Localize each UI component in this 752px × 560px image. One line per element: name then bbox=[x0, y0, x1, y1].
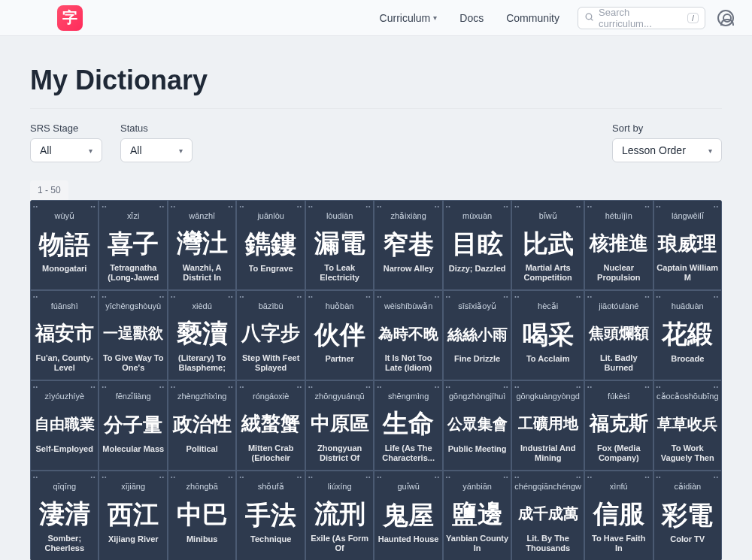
card-pinyin: xièdú bbox=[193, 301, 212, 310]
dictionary-card[interactable]: ••••wùyǔ物語Monogatari bbox=[30, 200, 99, 290]
card-meaning: Wanzhi, A District In bbox=[171, 263, 233, 284]
dictionary-card[interactable]: ••••wèishíbùwǎn為時不晚It Is Not Too Late (I… bbox=[374, 290, 442, 380]
card-hanzi: 公眾集會 bbox=[447, 404, 508, 444]
card-hanzi: 為時不晚 bbox=[378, 314, 438, 353]
card-pinyin: chéngqiānchéngw bbox=[514, 482, 581, 491]
dictionary-card[interactable]: ••••zhǎixiàng窄巷Narrow Alley bbox=[374, 200, 442, 290]
srs-stage-select[interactable]: All ▾ bbox=[30, 138, 102, 162]
card-meaning: Martial Arts Competition bbox=[514, 263, 581, 284]
card-pinyin: qīqīng bbox=[53, 482, 76, 491]
card-pinyin: huāduàn bbox=[672, 301, 704, 310]
dictionary-card[interactable]: ••••bāzìbù八字步Step With Feet Splayed bbox=[236, 290, 305, 380]
page-title: My Dictionary bbox=[30, 36, 722, 109]
search-input[interactable]: Search curriculum... / bbox=[578, 7, 705, 29]
sort-select[interactable]: Lesson Order ▾ bbox=[612, 138, 722, 162]
nav-curriculum[interactable]: Curriculum ▾ bbox=[380, 12, 438, 24]
card-meaning: (Literary) To Blaspheme; bbox=[171, 353, 233, 374]
card-hanzi: 比武 bbox=[523, 224, 574, 263]
dictionary-card[interactable]: ••••xièdú褻瀆(Literary) To Blaspheme; bbox=[168, 290, 236, 380]
card-hanzi: 物語 bbox=[39, 224, 90, 264]
card-hanzi: 流刑 bbox=[314, 494, 365, 534]
dictionary-card[interactable]: ••••zhōngbā中巴Minibus bbox=[168, 471, 236, 560]
dictionary-card[interactable]: ••••hècǎi喝采To Acclaim bbox=[511, 290, 584, 380]
dictionary-card[interactable]: ••••yīchěngshòuyù一逞獸欲To Give Way To One'… bbox=[99, 290, 167, 380]
dictionary-card[interactable]: ••••huǒbàn伙伴Partner bbox=[305, 290, 374, 380]
nav-curriculum-label: Curriculum bbox=[380, 12, 431, 24]
card-hanzi: 鬼屋 bbox=[383, 495, 434, 534]
dictionary-card[interactable]: ••••chéngqiānchéngw成千成萬Lit. By The Thous… bbox=[511, 471, 584, 560]
dictionary-card[interactable]: ••••fúānshì福安市Fu'an, County-Level bbox=[30, 290, 99, 380]
card-meaning: Captain William M bbox=[656, 263, 719, 284]
nav-community[interactable]: Community bbox=[506, 12, 559, 24]
card-dots: •••• bbox=[33, 384, 96, 389]
status-select[interactable]: All ▾ bbox=[120, 138, 193, 162]
sort-label: Sort by bbox=[612, 123, 722, 134]
card-meaning: Brocade bbox=[671, 354, 704, 374]
search-placeholder: Search curriculum... bbox=[599, 7, 683, 29]
dictionary-card[interactable]: ••••cǎocǎoshōubīng草草收兵To Work Vaguely Th… bbox=[653, 380, 722, 471]
card-meaning: Fu'an, County-Level bbox=[33, 353, 96, 374]
dictionary-card[interactable]: ••••gōngkuàngyòngd工礦用地Industrial And Min… bbox=[511, 380, 584, 471]
dictionary-card[interactable]: ••••yánbiān鹽邊Yanbian County In bbox=[443, 471, 511, 560]
card-dots: •••• bbox=[377, 474, 439, 480]
card-pinyin: zhōngyuánqū bbox=[315, 392, 365, 401]
card-hanzi: 工礦用地 bbox=[518, 404, 578, 443]
card-hanzi: 漏電 bbox=[314, 223, 365, 263]
dictionary-card[interactable]: ••••mùxuàn目眩Dizzy; Dazzled bbox=[443, 200, 511, 290]
dictionary-card[interactable]: ••••qīqīng淒清Somber; Cheerless bbox=[30, 471, 99, 560]
card-dots: •••• bbox=[308, 474, 371, 480]
card-pinyin: bāzìbù bbox=[259, 301, 284, 310]
dictionary-card[interactable]: ••••gōngzhòngjíhuì公眾集會Public Meeting bbox=[443, 380, 511, 471]
card-hanzi: 窄巷 bbox=[383, 224, 434, 264]
dictionary-card[interactable]: ••••xījiāng西江Xijiang River bbox=[99, 471, 167, 560]
dictionary-card[interactable]: ••••fúkèsī福克斯Fox (Media Company) bbox=[584, 380, 653, 471]
dictionary-card[interactable]: ••••zhèngzhìxìng政治性Political bbox=[168, 380, 236, 471]
dictionary-card[interactable]: ••••shēngmìng生命Life (As The Characteris.… bbox=[374, 380, 442, 471]
card-dots: •••• bbox=[587, 474, 650, 480]
nav-docs[interactable]: Docs bbox=[459, 12, 484, 24]
dictionary-card[interactable]: ••••xǐzi喜子Tetragnatha (Long-Jawed bbox=[99, 200, 167, 290]
dictionary-card[interactable]: ••••zhōngyuánqū中原區Zhongyuan District Of bbox=[305, 380, 374, 471]
card-dots: •••• bbox=[587, 204, 650, 209]
chevron-down-icon: ▾ bbox=[433, 14, 437, 22]
card-meaning: To Give Way To One's bbox=[102, 353, 164, 374]
dictionary-card[interactable]: ••••zìyóuzhíyè自由職業Self-Employed bbox=[30, 380, 99, 471]
pagination-range: 1 - 50 bbox=[30, 180, 68, 200]
card-hanzi: 生命 bbox=[383, 404, 434, 443]
dictionary-card[interactable]: ••••hétuījìn核推進Nuclear Propulsion bbox=[584, 200, 653, 290]
dictionary-card[interactable]: ••••fēnzǐliàng分子量Molecular Mass bbox=[99, 380, 167, 471]
dictionary-card[interactable]: ••••liúxíng流刑Exile (As Form Of bbox=[305, 471, 374, 560]
card-dots: •••• bbox=[171, 204, 233, 209]
card-dots: •••• bbox=[171, 384, 233, 389]
card-meaning: Political bbox=[186, 444, 218, 464]
dictionary-card[interactable]: ••••huāduàn花緞Brocade bbox=[653, 290, 722, 380]
card-meaning: Tetragnatha (Long-Jawed bbox=[102, 263, 164, 284]
user-avatar[interactable] bbox=[717, 10, 734, 26]
card-meaning: Lit. Badly Burned bbox=[587, 353, 650, 374]
dictionary-card[interactable]: ••••shǒufǎ手法Technique bbox=[236, 471, 305, 560]
card-pinyin: fúkèsī bbox=[608, 392, 629, 401]
dictionary-card[interactable]: ••••jiāotóulàné焦頭爛額Lit. Badly Burned bbox=[584, 290, 653, 380]
app-logo[interactable]: 字 bbox=[57, 5, 83, 31]
dictionary-card[interactable]: ••••wānzhī灣汢Wanzhi, A District In bbox=[168, 200, 236, 290]
card-hanzi: 彩電 bbox=[662, 495, 713, 534]
card-hanzi: 褻瀆 bbox=[177, 313, 228, 353]
dictionary-card[interactable]: ••••guǐwū鬼屋Haunted House bbox=[374, 471, 442, 560]
chevron-down-icon: ▾ bbox=[179, 147, 183, 155]
card-pinyin: jiāotóulàné bbox=[599, 301, 638, 310]
card-hanzi: 八字步 bbox=[241, 313, 300, 353]
dictionary-card[interactable]: ••••xìnfú信服To Have Faith In bbox=[584, 471, 653, 560]
card-meaning: To Leak Electricity bbox=[308, 263, 371, 284]
dictionary-card[interactable]: ••••sīsīxiǎoyǔ絲絲小雨Fine Drizzle bbox=[443, 290, 511, 380]
card-dots: •••• bbox=[171, 474, 233, 480]
card-hanzi: 鐫鏤 bbox=[245, 223, 296, 264]
card-hanzi: 中原區 bbox=[311, 404, 369, 443]
dictionary-card[interactable]: ••••róngáoxiè絨螯蟹Mitten Crab (Eriocheir bbox=[236, 380, 305, 471]
card-dots: •••• bbox=[446, 474, 508, 480]
dictionary-card[interactable]: ••••cǎidiàn彩電Color TV bbox=[653, 471, 722, 560]
dictionary-card[interactable]: ••••juānlòu鐫鏤To Engrave bbox=[236, 200, 305, 290]
dictionary-card[interactable]: ••••bǐwǔ比武Martial Arts Competition bbox=[511, 200, 584, 290]
dictionary-card[interactable]: ••••lángwēilǐ琅威理Captain William M bbox=[653, 200, 722, 290]
card-dots: •••• bbox=[239, 474, 302, 480]
dictionary-card[interactable]: ••••lòudiàn漏電To Leak Electricity bbox=[305, 200, 374, 290]
